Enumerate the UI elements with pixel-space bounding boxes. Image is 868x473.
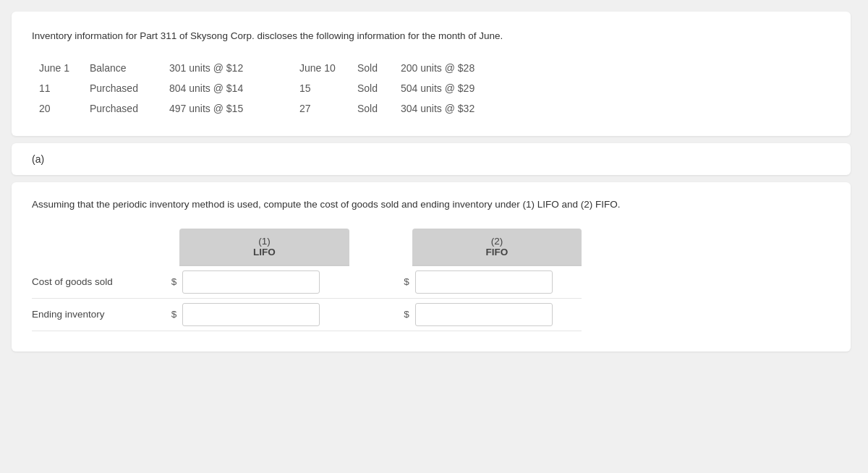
table-row: 20 Purchased 497 units @ $15 27 Sold 304… — [32, 98, 830, 119]
units2-cell: 200 units @ $28 — [393, 58, 830, 78]
table-row: June 1 Balance 301 units @ $12 June 10 S… — [32, 58, 830, 78]
cogs-dollar1: $ — [155, 265, 179, 299]
section-a-label: (a) — [32, 153, 44, 165]
label-cell: Purchased — [82, 78, 162, 98]
lifo-label-1: (1) — [258, 236, 271, 247]
inventory-table: June 1 Balance 301 units @ $12 June 10 S… — [32, 58, 830, 119]
ending-lifo-input-cell[interactable] — [179, 298, 349, 331]
date-cell: June 1 — [32, 58, 82, 78]
cogs-label: Cost of goods sold — [32, 265, 155, 299]
action-cell: Sold — [350, 98, 393, 119]
section-a-card: Assuming that the periodic inventory met… — [12, 182, 851, 351]
units2-cell: 304 units @ $32 — [393, 98, 830, 119]
section-a-description: Assuming that the periodic inventory met… — [32, 197, 830, 213]
cogs-fifo-input-cell[interactable] — [412, 265, 582, 299]
ending-inv-row: Ending inventory $ $ — [32, 298, 582, 331]
answer-header-row: (1) LIFO (2) FIFO — [32, 229, 582, 265]
header-dollar-spacer1 — [155, 229, 179, 265]
ending-spacer — [349, 298, 388, 331]
action-cell: Sold — [350, 58, 393, 78]
header-dollar-spacer2 — [388, 229, 412, 265]
ending-lifo-input[interactable] — [182, 303, 320, 326]
units2-cell: 504 units @ $29 — [393, 78, 830, 98]
cogs-dollar2: $ — [388, 265, 412, 299]
ending-fifo-input[interactable] — [415, 303, 553, 326]
date2-cell: June 10 — [292, 58, 350, 78]
ending-inv-label: Ending inventory — [32, 298, 155, 331]
cogs-spacer — [349, 265, 388, 299]
label-cell: Purchased — [82, 98, 162, 119]
date-cell: 11 — [32, 78, 82, 98]
cogs-row: Cost of goods sold $ $ — [32, 265, 582, 299]
units-cell: 804 units @ $14 — [162, 78, 292, 98]
cogs-fifo-input[interactable] — [415, 270, 553, 294]
fifo-label-2: FIFO — [424, 247, 570, 257]
units-cell: 497 units @ $15 — [162, 98, 292, 119]
ending-dollar1: $ — [155, 298, 179, 331]
section-label-card: (a) — [12, 143, 851, 175]
answer-table: (1) LIFO (2) FIFO Cost of goods sold $ — [32, 229, 582, 331]
date2-cell: 27 — [292, 98, 350, 119]
fifo-header: (2) FIFO — [412, 229, 582, 265]
header-empty — [32, 229, 155, 265]
fifo-label-1: (2) — [491, 236, 503, 247]
table-row: 11 Purchased 804 units @ $14 15 Sold 504… — [32, 78, 830, 98]
page-wrapper: Inventory information for Part 311 of Sk… — [12, 12, 851, 351]
action-cell: Sold — [350, 78, 393, 98]
lifo-header: (1) LIFO — [179, 229, 349, 265]
cogs-lifo-input[interactable] — [182, 270, 320, 294]
date2-cell: 15 — [292, 78, 350, 98]
lifo-label-2: LIFO — [191, 247, 337, 257]
ending-fifo-input-cell[interactable] — [412, 298, 582, 331]
ending-dollar2: $ — [388, 298, 412, 331]
header-spacer — [349, 229, 388, 265]
date-cell: 20 — [32, 98, 82, 119]
inventory-card: Inventory information for Part 311 of Sk… — [12, 12, 851, 136]
cogs-lifo-input-cell[interactable] — [179, 265, 349, 299]
intro-text: Inventory information for Part 311 of Sk… — [32, 29, 830, 43]
label-cell: Balance — [82, 58, 162, 78]
units-cell: 301 units @ $12 — [162, 58, 292, 78]
